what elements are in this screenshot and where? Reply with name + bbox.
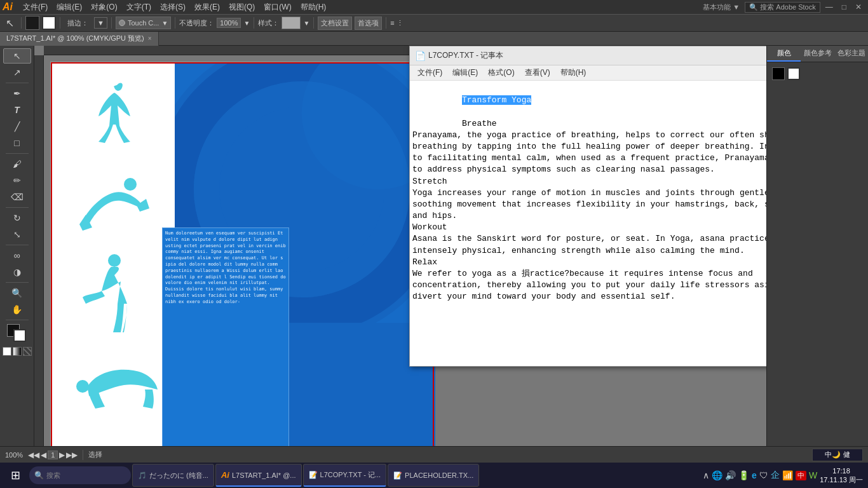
normal-mode[interactable] — [3, 347, 11, 356]
tray-expand[interactable]: ∧ — [703, 470, 709, 480]
stroke-swatch[interactable] — [787, 67, 800, 80]
menu-window[interactable]: 窗口(W) — [260, 1, 295, 14]
menu-help[interactable]: 帮助(H) — [297, 1, 330, 14]
direct-select-tool[interactable]: ↗ — [3, 65, 31, 80]
gradient-tool[interactable]: ◑ — [3, 264, 31, 280]
page-prev-one-btn[interactable]: ◀ — [41, 451, 46, 459]
color-mode-row — [3, 347, 32, 356]
taskbar-music-btn[interactable]: 🎵 だったのに (纯音... — [132, 464, 214, 487]
notepad-text[interactable]: Transform Yoga Breathe Pranayama, the yo… — [410, 81, 766, 366]
tool-sep4 — [6, 245, 29, 245]
pencil-tool[interactable]: ✏ — [3, 173, 31, 188]
menu-effect[interactable]: 效果(E) — [191, 1, 224, 14]
tray-wechat[interactable]: W — [809, 470, 817, 480]
style-preview[interactable] — [281, 17, 301, 29]
selection-info: 选择 — [88, 450, 102, 459]
touch-dropdown-icon[interactable]: ▼ — [161, 20, 168, 27]
menu-object[interactable]: 对象(O) — [87, 1, 121, 14]
tray-ime-cn[interactable]: 中 — [796, 471, 806, 480]
taskbar-placeholder-btn[interactable]: 📝 PLACEHOLDER.TX... — [388, 464, 479, 487]
placeholder-icon: 📝 — [393, 471, 402, 480]
document-tab[interactable]: L7START_1.AI* @ 100% (CMYK/GPU 预览) × — [0, 32, 159, 46]
tray-sound[interactable]: 🔊 — [725, 470, 736, 480]
sep6 — [313, 17, 314, 29]
paintbrush-tool[interactable]: 🖌 — [3, 156, 31, 172]
menu-view[interactable]: 视图(Q) — [225, 1, 259, 14]
page-nav: ◀◀ ◀ 1 ▶ ▶▶ — [28, 451, 78, 459]
scale-tool[interactable]: ⤡ — [3, 227, 31, 242]
text-content-block: Num doloreetum ven esequam ver suscipist… — [162, 227, 289, 446]
menu-edit[interactable]: 编辑(E) — [53, 1, 86, 14]
color-mode-row — [772, 67, 863, 80]
opacity-dropdown[interactable]: ▼ — [243, 20, 250, 27]
selection-tool[interactable]: ↖ — [3, 48, 31, 64]
style-dropdown[interactable]: ▼ — [303, 20, 309, 27]
workspace-label[interactable]: 基本功能 ▼ — [699, 3, 743, 12]
notepad-menu-format[interactable]: 格式(O) — [483, 66, 519, 79]
notepad-titlebar[interactable]: 📄 L7COPY.TXT - 记事本 — □ ✕ — [410, 46, 766, 65]
pen-tool[interactable]: ✒ — [3, 86, 31, 101]
more-options[interactable]: ≡ ⋮ — [390, 19, 403, 27]
tool-sep1 — [6, 83, 29, 83]
maximize-btn[interactable]: □ — [838, 3, 850, 11]
tray-antivirus[interactable]: 🛡 — [759, 470, 768, 480]
gradient-mode[interactable] — [13, 347, 22, 356]
doc-tab-label: L7START_1.AI* @ 100% (CMYK/GPU 预览) — [6, 34, 144, 43]
notepad-main-text: Breathe Pranayama, the yoga practice of … — [412, 119, 766, 302]
hand-tool[interactable]: ✋ — [3, 302, 31, 317]
opacity-value[interactable]: 100% — [217, 18, 241, 28]
page-number[interactable]: 1 — [48, 451, 58, 459]
line-tool[interactable]: ╱ — [3, 119, 31, 134]
zoom-tool[interactable]: 🔍 — [3, 285, 31, 301]
color-guide-tab[interactable]: 颜色参考 — [801, 46, 834, 62]
tray-clock[interactable]: 17:18 17.11.13 周一 — [820, 466, 863, 485]
stroke-color[interactable] — [42, 16, 56, 30]
tray-extra[interactable]: 📶 — [782, 470, 793, 480]
page-next-one-btn[interactable]: ▶ — [59, 451, 65, 459]
search-stock[interactable]: 🔍 搜索 Adobe Stock — [745, 2, 820, 13]
start-button[interactable]: ⊞ — [3, 464, 28, 487]
zoom-level[interactable]: 100% — [5, 451, 23, 459]
doc-settings-btn[interactable]: 文档设置 — [318, 17, 352, 30]
close-btn[interactable]: ✕ — [851, 3, 865, 11]
no-fill-mode[interactable] — [23, 347, 32, 356]
touch-container[interactable]: Touch C... ▼ — [116, 17, 171, 29]
tray-battery[interactable]: 🔋 — [738, 470, 749, 480]
tray-qq[interactable]: 企 — [771, 470, 780, 481]
taskbar-notepad-btn[interactable]: 📝 L7COPY.TXT - 记... — [303, 464, 387, 487]
fill-swatch[interactable] — [772, 67, 785, 80]
color-themes-tab[interactable]: 色彩主题 — [834, 46, 868, 62]
menu-type[interactable]: 文字(T) — [123, 1, 155, 14]
tray-ie[interactable]: e — [752, 470, 757, 480]
type-tool[interactable]: T — [3, 102, 31, 118]
rect-tool[interactable]: □ — [3, 135, 31, 151]
color-tab[interactable]: 颜色 — [767, 46, 801, 62]
minimize-btn[interactable]: — — [822, 3, 837, 11]
tray-network[interactable]: 🌐 — [712, 470, 722, 480]
fill-color[interactable] — [25, 16, 39, 30]
notepad-menu-file[interactable]: 文件(F) — [412, 66, 447, 79]
taskbar: ⊞ 🔍 搜索 🎵 だったのに (纯音... Ai L7START_1.AI* @… — [0, 463, 868, 488]
notepad-menu-edit[interactable]: 编辑(E) — [447, 66, 483, 79]
color-selector[interactable] — [6, 323, 29, 343]
notepad-menu-view[interactable]: 查看(V) — [520, 66, 555, 79]
blend-tool[interactable]: ∞ — [3, 248, 31, 263]
page-prev-btn[interactable]: ◀◀ — [28, 451, 39, 459]
preferences-btn[interactable]: 首选项 — [355, 17, 382, 30]
tool-sep3 — [6, 207, 29, 208]
taskbar-search-box[interactable]: 🔍 搜索 — [29, 466, 131, 484]
menu-file[interactable]: 文件(F) — [19, 1, 51, 14]
canvas-area[interactable]: Num doloreetum ven esequam ver suscipist… — [34, 46, 766, 446]
notepad-menu-help[interactable]: 帮助(H) — [555, 66, 592, 79]
eraser-tool[interactable]: ⌫ — [3, 189, 31, 205]
ime-text: 中🌙 健 — [825, 450, 850, 459]
select-tool[interactable]: ↖ — [3, 15, 17, 31]
taskbar-ai-btn[interactable]: Ai L7START_1.AI* @... — [215, 464, 302, 487]
page-next-btn[interactable]: ▶▶ — [66, 451, 78, 459]
menu-select[interactable]: 选择(S) — [156, 1, 189, 14]
stroke-dropdown[interactable]: ▼ — [94, 17, 107, 29]
rotate-tool[interactable]: ↻ — [3, 210, 31, 226]
top-menubar: Ai 文件(F) 编辑(E) 对象(O) 文字(T) 选择(S) 效果(E) 视… — [0, 0, 868, 14]
stroke-box — [13, 329, 26, 342]
doc-tab-close[interactable]: × — [148, 35, 152, 42]
